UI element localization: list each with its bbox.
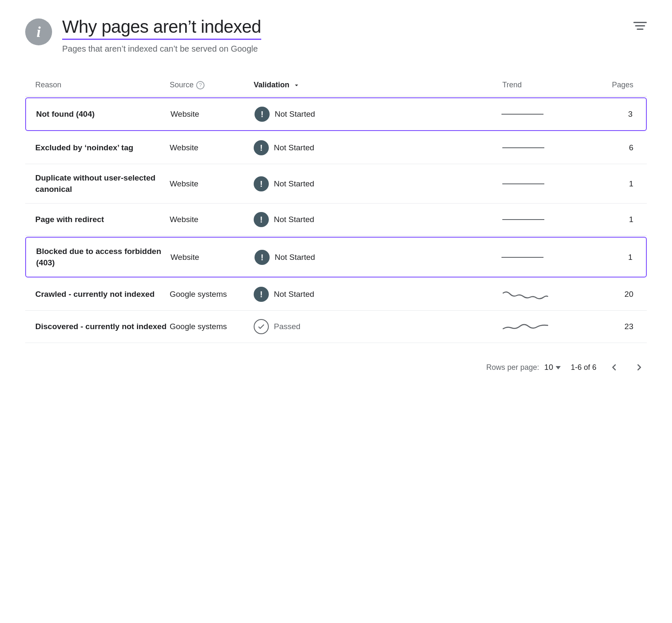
- filter-line-1: [633, 22, 647, 23]
- row-pages: 1: [595, 215, 637, 224]
- trend-wavy-down-icon: [502, 288, 549, 301]
- rows-per-page-value: 10: [544, 363, 553, 372]
- row-validation: Passed: [254, 319, 502, 334]
- next-page-button[interactable]: [632, 360, 647, 375]
- trend-flat-line: [501, 257, 543, 258]
- col-trend-header: Trend: [502, 81, 595, 89]
- dropdown-arrow-icon: [556, 366, 561, 369]
- validation-alert-icon: !: [254, 212, 269, 227]
- trend-flat-line: [502, 147, 544, 148]
- page-title: Why pages aren’t indexed: [62, 17, 261, 40]
- prev-page-button[interactable]: [606, 360, 622, 375]
- chevron-right-icon: [634, 362, 644, 372]
- rows-per-page: Rows per page: 10: [486, 363, 561, 372]
- rows-per-page-select[interactable]: 10: [544, 363, 561, 372]
- page-header: i Why pages aren’t indexed Pages that ar…: [25, 17, 647, 54]
- row-source: Website: [170, 215, 254, 224]
- row-pages: 6: [595, 143, 637, 152]
- pagination: Rows per page: 10 1-6 of 6: [25, 360, 647, 375]
- check-icon: [257, 322, 265, 331]
- row-pages: 20: [595, 290, 637, 299]
- header-text: Why pages aren’t indexed Pages that aren…: [62, 17, 261, 54]
- validation-text: Passed: [274, 322, 300, 331]
- table-row[interactable]: Discovered - currently not indexed Googl…: [25, 311, 647, 343]
- trend-flat-line: [501, 114, 543, 115]
- row-trend: [502, 320, 595, 333]
- validation-alert-icon: !: [255, 250, 270, 265]
- table-row[interactable]: Duplicate without user-selected canonica…: [25, 164, 647, 204]
- col-reason-header: Reason: [35, 81, 170, 89]
- sort-arrow-icon: [293, 81, 300, 89]
- row-source: Website: [170, 143, 254, 152]
- info-icon-letter: i: [37, 24, 41, 39]
- row-reason: Discovered - currently not indexed: [35, 321, 170, 332]
- row-reason: Page with redirect: [35, 214, 170, 225]
- validation-alert-icon: !: [254, 140, 269, 155]
- row-source: Website: [171, 253, 255, 262]
- validation-text: Not Started: [274, 179, 314, 188]
- validation-alert-icon: !: [254, 176, 269, 191]
- validation-text: Not Started: [275, 110, 315, 119]
- row-reason: Crawled - currently not indexed: [35, 289, 170, 300]
- row-source: Google systems: [170, 290, 254, 299]
- row-reason: Not found (404): [36, 109, 171, 120]
- row-trend: [502, 219, 595, 220]
- table-row[interactable]: Excluded by ‘noindex’ tag Website ! Not …: [25, 132, 647, 164]
- row-source: Google systems: [170, 322, 254, 331]
- validation-alert-icon: !: [254, 287, 269, 302]
- row-reason: Excluded by ‘noindex’ tag: [35, 142, 170, 154]
- row-pages: 1: [594, 253, 636, 262]
- row-trend: [502, 183, 595, 184]
- page-subtitle: Pages that aren’t indexed can’t be serve…: [62, 44, 261, 54]
- validation-text: Not Started: [274, 215, 314, 224]
- header-left: i Why pages aren’t indexed Pages that ar…: [25, 17, 261, 54]
- row-trend: [501, 257, 594, 258]
- row-pages: 1: [595, 179, 637, 188]
- table-row[interactable]: Not found (404) Website ! Not Started 3: [25, 97, 647, 131]
- trend-flat-line: [502, 219, 544, 220]
- page-range: 1-6 of 6: [571, 363, 596, 372]
- row-validation: ! Not Started: [254, 140, 502, 155]
- row-reason: Blocked due to access forbidden (403): [36, 246, 171, 268]
- table: Reason Source ? Validation Trend Pages N…: [25, 74, 647, 343]
- row-trend: [501, 114, 594, 115]
- validation-text: Not Started: [275, 253, 315, 262]
- info-icon: i: [25, 18, 52, 45]
- table-row[interactable]: Crawled - currently not indexed Google s…: [25, 278, 647, 311]
- row-source: Website: [171, 110, 255, 119]
- col-source-header: Source ?: [170, 81, 254, 89]
- trend-wavy-up-icon: [502, 320, 549, 333]
- validation-text: Not Started: [274, 290, 314, 299]
- row-validation: ! Not Started: [255, 250, 501, 265]
- col-validation-header[interactable]: Validation: [254, 81, 502, 89]
- table-row[interactable]: Page with redirect Website ! Not Started…: [25, 204, 647, 236]
- table-row[interactable]: Blocked due to access forbidden (403) We…: [25, 237, 647, 277]
- rows-per-page-label: Rows per page:: [486, 363, 539, 372]
- validation-passed-icon: [254, 319, 269, 334]
- row-pages: 23: [595, 322, 637, 331]
- trend-flat-line: [502, 183, 544, 184]
- validation-label: Validation: [254, 81, 289, 89]
- row-trend: [502, 147, 595, 148]
- filter-line-3: [637, 29, 643, 30]
- row-source: Website: [170, 179, 254, 188]
- row-reason: Duplicate without user-selected canonica…: [35, 173, 170, 195]
- source-help-icon[interactable]: ?: [196, 81, 205, 89]
- filter-line-2: [635, 25, 645, 26]
- validation-text: Not Started: [274, 143, 314, 152]
- table-header: Reason Source ? Validation Trend Pages: [25, 74, 647, 97]
- row-validation: ! Not Started: [254, 287, 502, 302]
- row-pages: 3: [594, 110, 636, 119]
- row-validation: ! Not Started: [254, 176, 502, 191]
- validation-alert-icon: !: [255, 107, 270, 122]
- row-trend: [502, 288, 595, 301]
- col-pages-header: Pages: [595, 81, 637, 89]
- chevron-left-icon: [609, 362, 619, 372]
- row-validation: ! Not Started: [254, 212, 502, 227]
- source-label: Source: [170, 81, 194, 89]
- row-validation: ! Not Started: [255, 107, 501, 122]
- filter-icon[interactable]: [633, 22, 647, 30]
